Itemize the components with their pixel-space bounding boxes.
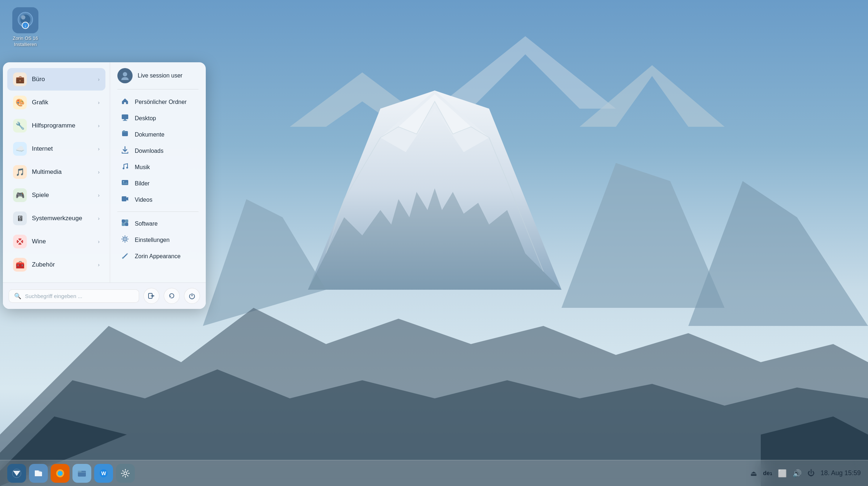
user-name-label: Live session user: [138, 72, 183, 79]
settings-icon: [120, 235, 130, 245]
taskbar-settings[interactable]: [116, 464, 135, 483]
spiele-label: Spiele: [32, 192, 98, 199]
restart-button[interactable]: [164, 288, 180, 304]
systemwerkzeuge-label: Systemwerkzeuge: [32, 215, 98, 222]
taskbar-files[interactable]: [29, 464, 48, 483]
multimedia-label: Multimedia: [32, 168, 98, 176]
taskbar-apps: W: [7, 464, 750, 483]
internet-icon: ☁️: [13, 142, 27, 156]
videos-folder-icon: [120, 195, 130, 205]
grafik-arrow: ›: [98, 100, 100, 105]
svg-text:W: W: [101, 470, 106, 476]
internet-label: Internet: [32, 145, 98, 152]
folder-videos[interactable]: Videos: [117, 192, 199, 208]
power-button[interactable]: [184, 288, 200, 304]
hilfsprogramme-icon: 🔧: [13, 119, 27, 133]
power-tray-icon[interactable]: ⏻: [808, 469, 815, 477]
grafik-label: Grafik: [32, 99, 98, 106]
appearance-icon: [120, 251, 130, 261]
taskbar-file-manager[interactable]: [72, 464, 91, 483]
spiele-arrow: ›: [98, 192, 100, 198]
zubehoer-arrow: ›: [98, 262, 100, 268]
home-folder-icon: [120, 97, 130, 107]
system-settings[interactable]: Einstellungen: [117, 232, 199, 248]
svg-rect-47: [78, 471, 82, 472]
volume-icon[interactable]: 🔊: [793, 469, 802, 478]
multimedia-icon: 🎵: [13, 165, 27, 179]
category-item-systemwerkzeuge[interactable]: 🖥 Systemwerkzeuge ›: [7, 207, 105, 230]
downloads-folder-icon: [120, 146, 130, 156]
category-item-multimedia[interactable]: 🎵 Multimedia ›: [7, 161, 105, 183]
system-appearance[interactable]: Zorin Appearance: [117, 248, 199, 264]
systemwerkzeuge-icon: 🖥: [13, 211, 27, 225]
music-folder-icon: [120, 162, 130, 172]
zorin-install-icon-image: ↓: [12, 7, 38, 33]
folder-music[interactable]: Musik: [117, 159, 199, 175]
documents-folder-icon: [120, 130, 130, 139]
category-item-hilfsprogramme[interactable]: 🔧 Hilfsprogramme ›: [7, 114, 105, 137]
category-item-internet[interactable]: ☁️ Internet ›: [7, 138, 105, 160]
folder-downloads[interactable]: Downloads: [117, 143, 199, 159]
pictures-folder-label: Bilder: [135, 180, 150, 187]
buero-label: Büro: [32, 76, 98, 83]
taskbar-zorin-menu[interactable]: [7, 464, 26, 483]
category-item-buero[interactable]: 💼 Büro ›: [7, 68, 105, 91]
folder-desktop[interactable]: Desktop: [117, 110, 199, 126]
downloads-folder-label: Downloads: [135, 148, 163, 154]
software-label: Software: [135, 221, 158, 227]
grafik-icon: 🎨: [13, 96, 27, 109]
search-field[interactable]: 🔍 Suchbegriff eingeben ...: [9, 289, 139, 303]
user-avatar: [117, 68, 133, 83]
taskbar-system-tray: ⏏ de₁ ⬜ 🔊 ⏻ 18. Aug 15:59: [750, 469, 861, 478]
svg-rect-25: [124, 119, 126, 120]
category-item-grafik[interactable]: 🎨 Grafik ›: [7, 91, 105, 114]
language-indicator[interactable]: de₁: [763, 470, 772, 477]
svg-point-23: [123, 72, 127, 76]
search-placeholder: Suchbegriff eingeben ...: [25, 293, 82, 299]
multimedia-arrow: ›: [98, 169, 100, 175]
buero-icon: 💼: [13, 72, 27, 86]
svg-point-38: [124, 238, 126, 240]
hilfsprogramme-arrow: ›: [98, 123, 100, 129]
internet-arrow: ›: [98, 146, 100, 152]
hilfsprogramme-label: Hilfsprogramme: [32, 122, 98, 129]
svg-rect-27: [122, 131, 128, 136]
buero-arrow: ›: [98, 76, 100, 82]
folder-home[interactable]: Persönlicher Ordner: [117, 94, 199, 110]
svg-text:↓: ↓: [24, 23, 26, 28]
taskbar-software-center[interactable]: W: [94, 464, 113, 483]
category-item-zubehoer[interactable]: 🧰 Zubehör ›: [7, 254, 105, 276]
category-item-wine[interactable]: Wine ›: [7, 230, 105, 253]
folders-divider: [117, 211, 199, 212]
desktop-folder-label: Desktop: [135, 115, 156, 122]
svg-rect-35: [125, 219, 128, 223]
svg-point-40: [126, 253, 128, 255]
wine-arrow: ›: [98, 239, 100, 244]
music-folder-label: Musik: [135, 164, 150, 171]
pictures-folder-icon: [120, 179, 130, 188]
wine-label: Wine: [32, 238, 98, 245]
svg-rect-37: [125, 223, 128, 226]
wine-icon: [13, 235, 27, 248]
svg-point-30: [126, 167, 128, 169]
svg-point-17: [21, 15, 25, 20]
category-item-spiele[interactable]: 🎮 Spiele ›: [7, 184, 105, 206]
videos-folder-label: Videos: [135, 197, 153, 203]
zubehoer-icon: 🧰: [13, 258, 27, 272]
taskbar: W ⏏ de₁ ⬜ 🔊 ⏻ 18. Aug 15:59: [0, 460, 868, 486]
logout-button[interactable]: [143, 288, 159, 304]
settings-label: Einstellungen: [135, 237, 170, 243]
window-icon[interactable]: ⬜: [778, 469, 787, 478]
folder-documents[interactable]: Dokumente: [117, 126, 199, 143]
eject-icon[interactable]: ⏏: [750, 469, 757, 478]
system-software[interactable]: Software: [117, 215, 199, 232]
menu-right-panel: Live session user Persönlicher Ordner: [110, 62, 206, 282]
desktop-icon-zorin-install[interactable]: ↓ Zorin OS 16 Installieren: [7, 7, 43, 48]
datetime-display: 18. Aug 15:59: [821, 469, 861, 477]
folder-pictures[interactable]: Bilder: [117, 175, 199, 192]
appearance-label: Zorin Appearance: [135, 253, 180, 260]
taskbar-firefox[interactable]: [51, 464, 70, 483]
user-section: Live session user: [117, 68, 199, 89]
svg-point-29: [123, 168, 125, 169]
svg-point-50: [124, 472, 127, 475]
